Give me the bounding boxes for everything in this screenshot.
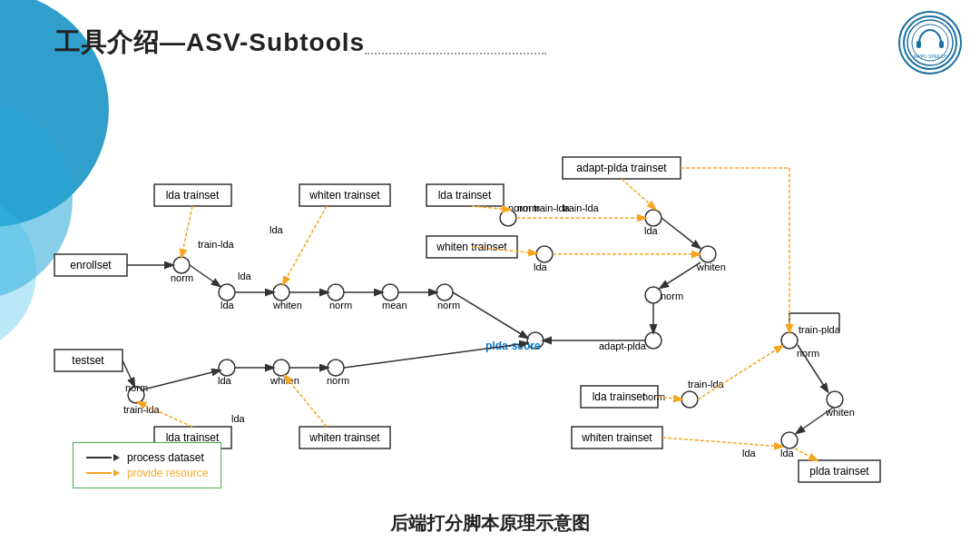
svg-point-65 (645, 210, 662, 226)
svg-text:train-lda: train-lda (198, 239, 235, 250)
svg-line-95 (698, 346, 782, 399)
svg-line-51 (143, 370, 220, 389)
svg-text:adapt-plda trainset: adapt-plda trainset (576, 162, 667, 174)
svg-point-69 (645, 287, 662, 303)
legend-arrow-solid (113, 454, 120, 461)
svg-line-29 (181, 206, 192, 257)
svg-text:train-lda: train-lda (534, 202, 571, 213)
svg-point-14 (382, 284, 398, 301)
svg-text:whiten trainset: whiten trainset (436, 241, 507, 253)
svg-text:lda: lda (644, 225, 659, 236)
svg-text:norm: norm (642, 391, 665, 402)
svg-point-89 (781, 432, 798, 448)
logo-svg: NWPU SPEECH (906, 18, 955, 67)
legend: process dataset provide resource (73, 442, 221, 488)
logo-inner: NWPU SPEECH (903, 15, 957, 70)
svg-line-77 (661, 262, 701, 288)
legend-resource: provide resource (86, 467, 208, 479)
svg-point-87 (781, 332, 798, 349)
svg-point-13 (328, 284, 344, 301)
svg-text:plda trainset: plda trainset (809, 465, 869, 478)
svg-text:norm: norm (661, 291, 683, 301)
legend-label-process: process dataset (127, 451, 204, 464)
svg-text:lda trainset: lda trainset (593, 390, 646, 403)
svg-text:norm: norm (125, 382, 148, 393)
svg-text:whiten: whiten (270, 375, 299, 386)
svg-text:plda-score: plda-score (485, 340, 541, 352)
svg-text:lda trainset: lda trainset (438, 189, 492, 202)
svg-point-43 (273, 360, 289, 376)
svg-point-72 (645, 332, 662, 349)
svg-line-81 (344, 343, 527, 368)
svg-text:testset: testset (72, 354, 104, 367)
legend-arrow-orange (113, 469, 120, 477)
svg-text:adapt-plda: adapt-plda (599, 340, 647, 351)
svg-text:lda: lda (742, 448, 757, 458)
svg-text:norm: norm (329, 300, 352, 310)
svg-line-80 (453, 292, 527, 338)
svg-line-60 (285, 376, 327, 427)
svg-point-67 (700, 246, 716, 262)
svg-point-113 (536, 246, 553, 262)
svg-text:norm: norm (327, 375, 349, 386)
svg-text:lda: lda (218, 375, 232, 386)
svg-text:train-lda: train-lda (688, 379, 725, 389)
svg-point-88 (827, 391, 843, 408)
legend-label-resource: provide resource (127, 467, 208, 479)
svg-point-86 (681, 391, 698, 408)
svg-text:train-plda: train-plda (799, 324, 841, 335)
svg-point-10 (173, 257, 190, 273)
svg-line-101 (662, 438, 782, 447)
legend-process: process dataset (86, 451, 208, 464)
svg-line-34 (283, 206, 327, 284)
svg-text:norm: norm (171, 272, 193, 283)
svg-point-44 (328, 360, 344, 376)
svg-point-111 (500, 210, 516, 226)
svg-text:whiten trainset: whiten trainset (581, 431, 652, 444)
svg-line-97 (797, 408, 833, 433)
svg-line-23 (190, 265, 220, 286)
svg-text:lda: lda (238, 271, 252, 281)
bottom-caption: 后端打分脚本原理示意图 (0, 511, 980, 536)
svg-point-15 (436, 284, 453, 301)
svg-text:lda: lda (780, 448, 795, 458)
svg-text:whiten: whiten (272, 300, 302, 310)
legend-line-solid (86, 457, 112, 458)
svg-text:whiten: whiten (825, 407, 855, 418)
svg-point-11 (219, 284, 235, 301)
svg-text:lda: lda (220, 300, 235, 310)
svg-rect-5 (916, 41, 921, 48)
svg-line-76 (662, 218, 700, 248)
svg-text:whiten trainset: whiten trainset (309, 431, 380, 444)
svg-text:lda: lda (270, 224, 284, 235)
svg-point-12 (273, 284, 289, 301)
svg-line-104 (795, 448, 817, 460)
svg-text:lda: lda (231, 413, 246, 424)
svg-text:whiten trainset: whiten trainset (309, 189, 380, 202)
svg-point-42 (219, 360, 235, 376)
svg-text:norm: norm (437, 300, 460, 310)
svg-text:mean: mean (382, 300, 407, 310)
svg-text:lda: lda (534, 261, 548, 272)
legend-line-orange (86, 472, 112, 474)
svg-text:NWPU SPEECH: NWPU SPEECH (913, 54, 947, 59)
svg-rect-6 (939, 41, 944, 48)
svg-text:lda trainset: lda trainset (166, 189, 220, 202)
svg-line-75 (622, 179, 655, 209)
page-title: 工具介绍—ASV-Subtools (54, 25, 546, 60)
logo: NWPU SPEECH (898, 11, 962, 74)
main-diagram: enrollset lda trainset norm lda whiten n… (36, 77, 944, 486)
enrollset-label: enrollset (70, 259, 112, 271)
